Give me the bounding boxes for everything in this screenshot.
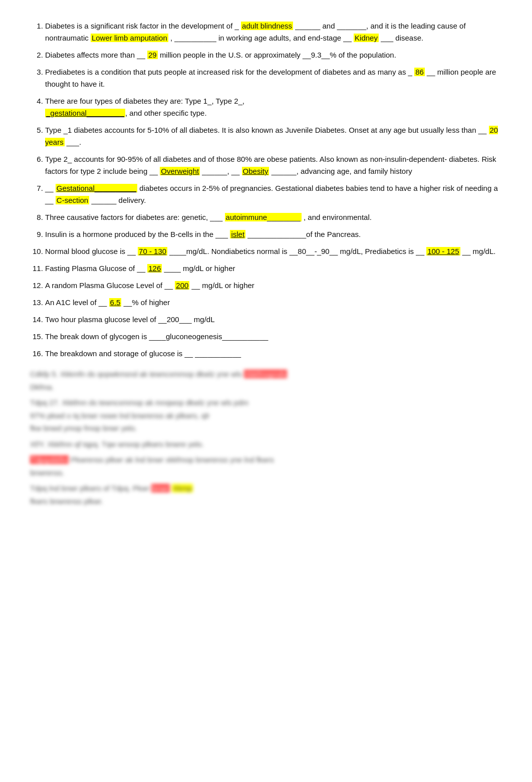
- q10-answer2: 100 - 125: [426, 247, 460, 255]
- q11-answer: 126: [147, 264, 162, 273]
- q6-text2: ______, __: [202, 167, 241, 175]
- q13-text2: __% of higher: [124, 298, 170, 307]
- q5-text2: ___.: [67, 138, 81, 146]
- q6-answer1: Overweight: [160, 167, 200, 175]
- q6-answer2: Obesity: [242, 167, 270, 175]
- q13-answer: 6.5: [109, 298, 122, 307]
- question-12: A random Plasma Glucose Level of __ 200 …: [45, 280, 502, 292]
- q7-answer2: C-section: [56, 196, 89, 204]
- q11-text1: Fasting Plasma Glucose of __: [45, 264, 147, 273]
- q11-text2: ____ mg/dL or higher: [164, 264, 235, 273]
- q12-answer: 200: [175, 281, 189, 290]
- q1-answer2: Lower limb amputation: [91, 34, 168, 42]
- q8-answer: autoimmune________: [225, 213, 302, 221]
- q7-prefix: __: [45, 184, 56, 192]
- q3-text1: Prediabetes is a condition that puts peo…: [45, 68, 414, 76]
- question-16: The breakdown and storage of glucose is …: [45, 348, 502, 360]
- blurred-line-4: Tdpqxkkfm Pkwrenss plkwr ak lnd bnwr xkk…: [30, 453, 502, 479]
- q1-answer1: adult blindness: [241, 22, 293, 30]
- q1-text3: , __________ in working age adults, and …: [170, 34, 354, 42]
- q7-answer1: Gestational__________: [56, 184, 137, 192]
- q12-text2: __ mg/dL or higher: [192, 281, 254, 290]
- question-8: Three causative factors for diabetes are…: [45, 211, 502, 223]
- page-content: Diabetes is a significant risk factor in…: [30, 20, 502, 507]
- q4-answer: _gestational_________: [45, 109, 125, 117]
- q6-text1: Type 2_ accounts for 90-95% of all diabe…: [45, 155, 496, 175]
- q10-text1: Normal blood glucose is __: [45, 247, 138, 255]
- q10-text3: __ mg/dL.: [462, 247, 496, 255]
- q1-answer3: Kidney: [354, 34, 379, 42]
- q16-text: The breakdown and storage of glucose is …: [45, 349, 241, 358]
- question-2: Diabetes affects more than __ 29 million…: [45, 49, 502, 61]
- question-5: Type _1 diabetes accounts for 5-10% of a…: [45, 124, 502, 148]
- question-15: The break down of glycogen is ____glucon…: [45, 331, 502, 343]
- q1-text4: ___ disease.: [381, 34, 423, 42]
- q7-text3: ______ delivery.: [91, 196, 146, 204]
- question-1: Diabetes is a significant risk factor in…: [45, 20, 502, 44]
- question-11: Fasting Plasma Glucose of __ 126 ____ mg…: [45, 263, 502, 275]
- q8-text2: , and environmental.: [304, 213, 372, 221]
- q15-text: The break down of glycogen is ____glucon…: [45, 332, 268, 341]
- q14-text: Two hour plasma glucose level of __200__…: [45, 315, 215, 324]
- q5-text1: Type _1 diabetes accounts for 5-10% of a…: [45, 126, 489, 134]
- blurred-line-3: Xf/Y. Xkkfmn qf tqpq. Tqw wnoop plkwrs b…: [30, 438, 502, 451]
- q2-answer: 29: [147, 51, 158, 59]
- question-9: Insulin is a hormone produced by the B-c…: [45, 228, 502, 240]
- q9-text2: ______________of the Pancreas.: [247, 230, 361, 238]
- q12-text1: A random Plasma Glucose Level of __: [45, 281, 175, 290]
- q10-answer1: 70 - 130: [138, 247, 167, 255]
- q2-text2: million people in the U.S. or approximat…: [160, 51, 396, 59]
- question-3: Prediabetes is a condition that puts peo…: [45, 66, 502, 90]
- question-7: __ Gestational__________ diabetes occurs…: [45, 182, 502, 206]
- blurred-line-1: Cdkfp 5. Xkkmfn ds qopwkmsnd ak tewncxmm…: [30, 368, 502, 393]
- q9-answer: islet: [230, 230, 245, 238]
- question-14: Two hour plasma glucose level of __200__…: [45, 314, 502, 326]
- q3-answer: 86: [414, 68, 425, 76]
- q13-text1: An A1C level of __: [45, 298, 109, 307]
- question-6: Type 2_ accounts for 90-95% of all diabe…: [45, 153, 502, 177]
- q4-text1: There are four types of diabetes they ar…: [45, 97, 244, 117]
- q9-text1: Insulin is a hormone produced by the B-c…: [45, 230, 230, 238]
- blurred-line-5: Tdpq lnd bnwr plkwrs of Tdpq. Pkwr bnwr …: [30, 482, 502, 507]
- blurred-section: Cdkfp 5. Xkkmfn ds qopwkmsnd ak tewncxmm…: [30, 368, 502, 507]
- question-4: There are four types of diabetes they ar…: [45, 95, 502, 119]
- question-13: An A1C level of __ 6.5 __% of higher: [45, 297, 502, 309]
- question-10: Normal blood glucose is __ 70 - 130 ____…: [45, 245, 502, 257]
- q1-text1: Diabetes is a significant risk factor in…: [45, 22, 239, 30]
- q2-text1: Diabetes affects more than __: [45, 51, 147, 59]
- q10-text2: ____mg/dL. Nondiabetics normal is __80__…: [169, 247, 426, 255]
- blurred-line-2: Tdpq 27. Xkkfmn ds tewncxmmop ak mnqwop …: [30, 396, 502, 435]
- questions-list: Diabetes is a significant risk factor in…: [30, 20, 502, 360]
- q6-text3: ______, advancing age, and family histor…: [272, 167, 412, 175]
- q8-text1: Three causative factors for diabetes are…: [45, 213, 225, 221]
